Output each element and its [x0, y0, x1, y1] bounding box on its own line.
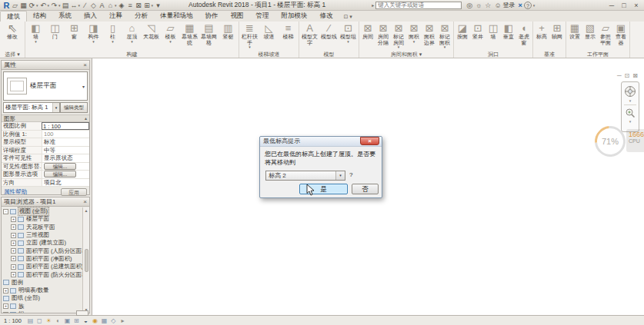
- exchange-apps-icon[interactable]: ×: [519, 2, 522, 9]
- print-icon[interactable]: ▤▾: [62, 1, 69, 10]
- tab-annotate[interactable]: 注释: [103, 11, 128, 21]
- tag-area-button[interactable]: ⊠ 标记面积 ▾: [437, 22, 452, 51]
- dropdown-arrow-icon[interactable]: ▾: [58, 1, 61, 10]
- vertical-opening-button[interactable]: ◧ 垂直 ▾: [501, 22, 516, 51]
- instance-combo[interactable]: 楼层平面: 标高 1 ▾: [3, 102, 60, 113]
- browser-item-sheets[interactable]: 图纸 (全部): [3, 294, 89, 302]
- measure-icon[interactable]: ↔▾: [71, 1, 81, 10]
- show-constraints-icon[interactable]: ◇: [109, 317, 118, 325]
- viewer-button[interactable]: ▣ 查看器 ▾: [613, 22, 629, 51]
- graphics-section-header[interactable]: 图形 ▴: [2, 114, 89, 122]
- edit-type-button[interactable]: 编辑类型: [60, 102, 88, 113]
- search-icon[interactable]: ◎: [466, 2, 472, 9]
- tab-view[interactable]: 视图: [225, 11, 250, 21]
- tab-modify[interactable]: 修改: [314, 11, 339, 21]
- browser-item-area-plan-gross[interactable]: + 面积平面 (总建筑面积): [3, 263, 89, 270]
- panel-title[interactable]: 洞口: [455, 51, 532, 58]
- zoom-icon[interactable]: [625, 108, 636, 118]
- viewbar-more-icon[interactable]: ▸: [118, 317, 127, 325]
- section-icon[interactable]: ◈▾: [118, 1, 125, 10]
- show-crop-region-icon[interactable]: ⊞: [72, 317, 81, 325]
- component-button[interactable]: ◨ 构件 ▾: [84, 22, 103, 51]
- dropdown-arrow-icon[interactable]: ▾: [152, 1, 154, 10]
- sun-path-icon[interactable]: ☀: [45, 317, 53, 325]
- model-line-button[interactable]: ∕ 模型线 ▾: [319, 22, 339, 51]
- close-icon[interactable]: ×: [83, 61, 87, 69]
- browser-item-area-plan-fire[interactable]: + 面积平面 (防火分区面积): [3, 270, 89, 278]
- shaft-opening-button[interactable]: ⊡ 竖井 ▾: [470, 22, 486, 51]
- model-group-button[interactable]: ⊡ 模型组 ▾: [339, 22, 358, 51]
- browser-item-elevations[interactable]: + 立面 (建筑立面): [3, 239, 89, 247]
- full-navigation-wheel-icon[interactable]: [624, 85, 636, 98]
- tag-icon[interactable]: ◇▾: [90, 1, 97, 10]
- scrollbar-thumb[interactable]: [85, 249, 88, 272]
- sync-with-central-icon[interactable]: ⟳▾: [28, 1, 38, 10]
- expander-icon[interactable]: +: [11, 248, 16, 254]
- dropdown-arrow-icon[interactable]: ▾: [347, 40, 349, 44]
- curtain-grid-button[interactable]: ▤ 幕墙网格 ▾: [199, 22, 219, 51]
- view-restore-icon[interactable]: ⊡: [625, 72, 630, 79]
- browser-item-families[interactable]: + 族: [3, 303, 89, 310]
- tab-manage[interactable]: 管理: [250, 11, 275, 21]
- railing-button[interactable]: ≣ 栏杆扶手 ▾: [240, 22, 259, 51]
- ramp-button[interactable]: ◺ 坡道 ▾: [259, 22, 279, 51]
- wall-button[interactable]: ◧ 墙 ▾: [26, 22, 45, 51]
- help-dropdown-icon[interactable]: ▾: [532, 1, 536, 10]
- chevron-down-icon[interactable]: ▾: [82, 84, 85, 89]
- tab-analyze[interactable]: 分析: [128, 11, 154, 21]
- expander-icon[interactable]: +: [3, 288, 8, 293]
- browser-item-area-plan-renfang[interactable]: + 面积平面 (人防分区面积): [3, 247, 89, 254]
- reveal-hidden-elements-icon[interactable]: ◉: [91, 317, 99, 325]
- window-button[interactable]: ⊞ 窗 ▾: [65, 22, 84, 51]
- app-menu-icon[interactable]: R▾: [3, 1, 10, 10]
- panel-title[interactable]: 基准: [534, 51, 565, 58]
- dropdown-arrow-icon[interactable]: ▾: [444, 45, 446, 49]
- wheel-dropdown-icon[interactable]: ▾: [629, 98, 632, 103]
- temporary-view-properties-icon[interactable]: ▦: [100, 317, 108, 325]
- roof-button[interactable]: ⌂ 屋顶 ▾: [122, 22, 142, 51]
- show-work-plane-button[interactable]: ▧ 显示 ▾: [582, 22, 598, 51]
- open-icon[interactable]: ▱▾: [12, 1, 18, 10]
- browser-item-3d-views[interactable]: + 三维视图: [3, 231, 89, 239]
- floor-button[interactable]: ▱ 楼板 ▾: [161, 22, 180, 51]
- tab-massing-site[interactable]: 体量和场地: [154, 11, 199, 21]
- close-button[interactable]: ×: [631, 2, 642, 9]
- room-button[interactable]: ⊠ 房间 ▾: [360, 22, 375, 51]
- properties-help-link[interactable]: 属性帮助: [4, 188, 27, 196]
- browser-item-schedules[interactable]: + 明细表/数量: [3, 287, 89, 294]
- expander-icon[interactable]: +: [11, 256, 16, 261]
- dropdown-arrow-icon[interactable]: ▾: [249, 45, 251, 49]
- maximize-button[interactable]: □: [619, 2, 629, 9]
- dropdown-arrow-icon[interactable]: ▾: [36, 1, 38, 10]
- edit-button[interactable]: 编辑...: [44, 171, 76, 177]
- expander-icon[interactable]: +: [11, 233, 16, 238]
- area-boundary-button[interactable]: ⊠ 面积边界 ▾: [422, 22, 437, 51]
- temporary-hide-isolate-icon[interactable]: ◒: [82, 317, 90, 325]
- dialog-close-button[interactable]: ×: [360, 137, 379, 145]
- tab-structure[interactable]: 结构: [27, 11, 52, 21]
- edit-button[interactable]: 编辑...: [44, 163, 76, 170]
- apply-button[interactable]: 应用: [61, 188, 87, 196]
- area-button[interactable]: ⊠ 面积 ▾: [406, 22, 422, 51]
- chevron-down-icon[interactable]: ▾: [52, 103, 59, 112]
- switch-windows-icon[interactable]: ⊞▾: [144, 1, 154, 10]
- modify-button[interactable]: ⇖ 修改 ▾: [1, 22, 24, 51]
- browser-scrollbar[interactable]: ▲ ▼: [82, 207, 89, 313]
- room-separator-button[interactable]: ⊠ 房间分隔 ▾: [375, 22, 391, 51]
- minimize-button[interactable]: ─: [606, 2, 617, 9]
- dropdown-arrow-icon[interactable]: ▾: [112, 40, 114, 44]
- dropdown-arrow-icon[interactable]: ▾: [131, 40, 133, 44]
- door-button[interactable]: ◫ 门 ▾: [45, 22, 65, 51]
- tab-architecture[interactable]: 建筑: [0, 11, 27, 22]
- expander-icon[interactable]: +: [3, 312, 8, 313]
- level-button[interactable]: + 标高 ▾: [534, 22, 549, 51]
- browser-scroll-end[interactable]: [76, 310, 88, 316]
- signin-icon[interactable]: ☺登录: [494, 1, 515, 9]
- dropdown-arrow-icon[interactable]: ▾: [48, 1, 50, 10]
- level-combo[interactable]: 标高 2 ▾: [265, 171, 345, 181]
- dropdown-arrow-icon[interactable]: ▾: [78, 1, 81, 10]
- column-button[interactable]: ▯ 柱 ▾: [103, 22, 122, 51]
- dropdown-arrow-icon[interactable]: ▾: [398, 45, 400, 49]
- browser-item-floor-plans[interactable]: + 楼层平面: [3, 215, 89, 223]
- close-inactive-windows-icon[interactable]: ⊠▾: [135, 1, 142, 10]
